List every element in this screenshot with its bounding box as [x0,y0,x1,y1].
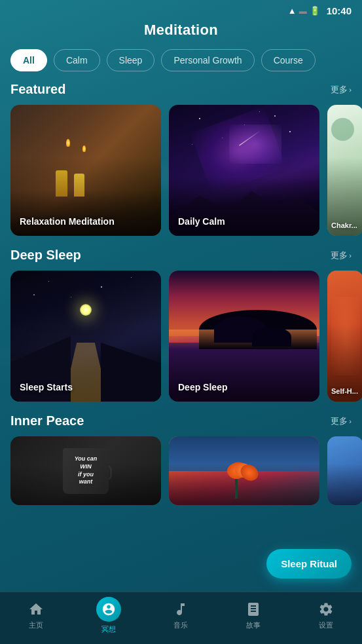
featured-header: Featured 更多 › [10,82,352,97]
settings-icon [317,601,335,618]
card-deep-sleep-label: Deep Sleep [178,382,227,392]
card-self-h-label: Self-H... [331,387,358,395]
nav-home[interactable]: 主页 [0,601,73,630]
page-header: Meditation [0,19,362,49]
nav-settings[interactable]: 设置 [289,601,362,630]
music-icon [172,601,189,618]
home-icon [27,601,45,618]
card-relaxation-label: Relaxation Meditation [20,216,115,227]
wifi-icon: ▲ [288,6,297,16]
nav-story[interactable]: 故事 [217,601,290,630]
nav-home-label: 主页 [29,620,43,630]
deep-sleep-more[interactable]: 更多 › [331,250,352,261]
featured-section: Featured 更多 › Relaxation Meditation [0,82,362,236]
featured-more[interactable]: 更多 › [331,84,352,96]
card-inner-peace-1[interactable]: You canWINif youwant [10,436,161,505]
featured-cards-row: Relaxation Meditation [10,105,352,236]
nav-meditation[interactable]: 冥想 [73,597,145,634]
inner-peace-title: Inner Peace [10,413,84,428]
card-deep-sleep[interactable]: Deep Sleep [169,271,319,402]
story-icon [245,601,262,618]
sleep-ritual-button[interactable]: Sleep Ritual [266,549,352,578]
card-daily-calm-label: Daily Calm [178,216,225,227]
card-relaxation-meditation[interactable]: Relaxation Meditation [10,105,161,236]
status-bar: ▲ ▬ 🔋 10:40 [0,0,362,19]
meditation-icon [96,597,121,622]
chevron-right-icon: › [349,86,352,94]
category-tabs: All Calm Sleep Personal Growth Course [0,49,362,82]
card-chakra-label: Chakr... [331,221,357,229]
card-chakra-peek[interactable]: Chakr... [327,105,362,236]
card-inner-peace-2[interactable] [169,436,319,505]
deep-sleep-section: Deep Sleep 更多 › [0,248,362,402]
inner-peace-header: Inner Peace 更多 › [10,413,352,428]
deep-sleep-header: Deep Sleep 更多 › [10,248,352,263]
card-self-h-peek[interactable]: Self-H... [327,271,362,402]
chevron-right-icon-3: › [349,417,352,425]
tab-calm[interactable]: Calm [54,49,100,71]
battery-icon: 🔋 [310,6,320,16]
deep-sleep-title: Deep Sleep [10,248,81,263]
chevron-right-icon-2: › [349,252,352,259]
tab-all[interactable]: All [10,49,47,71]
inner-peace-more[interactable]: 更多 › [331,415,352,427]
inner-peace-section: Inner Peace 更多 › You canWINif youwant [0,413,362,505]
signal-icon: ▬ [299,7,307,16]
nav-music-label: 音乐 [173,620,188,630]
card-sleep-starts[interactable]: Sleep Starts [10,271,161,402]
nav-settings-label: 设置 [319,620,333,630]
card-inner-peace-peek[interactable] [327,436,362,505]
page-title: Meditation [144,22,218,38]
card-daily-calm[interactable]: Daily Calm [169,105,319,236]
card-sleep-starts-label: Sleep Starts [20,382,73,392]
deep-sleep-cards-row: Sleep Starts Deep Sleep [10,271,352,402]
tab-sleep[interactable]: Sleep [107,49,155,71]
tab-personal-growth[interactable]: Personal Growth [161,49,254,71]
status-icons: ▲ ▬ 🔋 [288,6,320,16]
nav-meditation-label: 冥想 [101,624,116,634]
nav-music[interactable]: 音乐 [145,601,217,630]
clock: 10:40 [327,5,352,16]
nav-story-label: 故事 [246,620,261,630]
featured-title: Featured [10,82,65,97]
bottom-nav: 主页 冥想 音乐 故事 设置 [0,592,362,644]
inner-peace-cards-row: You canWINif youwant [10,436,352,505]
tab-course[interactable]: Course [261,49,316,71]
